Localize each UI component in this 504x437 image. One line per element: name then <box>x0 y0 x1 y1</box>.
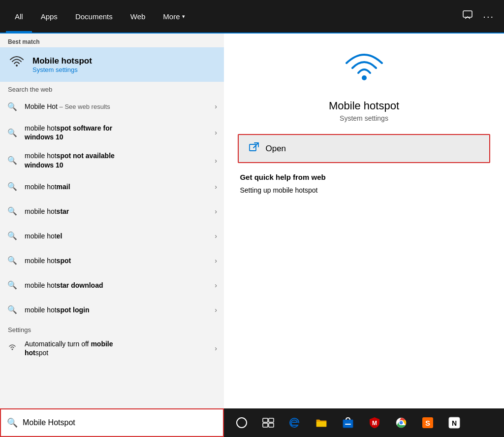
chevron-right-icon: › <box>215 281 217 289</box>
main-area: Best match Mobile hotspot System setting… <box>0 34 504 437</box>
quick-help-section: Get quick help from web Setting up mobil… <box>238 173 490 194</box>
quick-help-link-1[interactable]: Setting up mobile hotspot <box>240 186 488 194</box>
settings-label: Settings <box>0 322 224 335</box>
hotspot-small-icon <box>7 342 18 354</box>
chevron-right-icon: › <box>215 129 217 136</box>
chevron-right-icon: › <box>215 232 217 240</box>
taskbar-search[interactable] <box>232 413 252 433</box>
search-icon: 🔍 <box>7 280 18 290</box>
web-item-2[interactable]: 🔍 mobile hotspot software for windows 10… <box>0 119 224 146</box>
chevron-right-icon: › <box>215 306 217 314</box>
search-icon: 🔍 <box>7 182 18 191</box>
svg-rect-8 <box>263 423 268 427</box>
chevron-right-icon: › <box>215 183 217 191</box>
taskbar-store[interactable] <box>338 413 358 433</box>
left-panel: Best match Mobile hotspot System setting… <box>0 34 224 437</box>
mobile-hotspot-icon <box>8 55 26 75</box>
tab-apps[interactable]: Apps <box>32 0 66 33</box>
svg-point-16 <box>400 421 403 425</box>
svg-rect-6 <box>263 418 268 422</box>
web-item-7-text: mobile hotspot <box>25 256 211 265</box>
search-bar-icon: 🔍 <box>7 417 18 428</box>
feedback-icon <box>462 10 473 21</box>
web-item-6[interactable]: 🔍 mobile hotel › <box>0 224 224 248</box>
taskbar-task-view[interactable] <box>258 413 278 433</box>
svg-rect-4 <box>250 144 256 151</box>
best-match-subtitle: System settings <box>32 66 92 73</box>
svg-rect-12 <box>345 424 351 425</box>
best-match-text: Mobile hotspot System settings <box>32 56 92 73</box>
web-item-7[interactable]: 🔍 mobile hotspot › <box>0 248 224 273</box>
web-item-3[interactable]: 🔍 mobile hotspot not available windows 1… <box>0 146 224 174</box>
search-input[interactable] <box>23 418 217 427</box>
svg-text:S: S <box>425 419 430 427</box>
search-icon: 🔍 <box>7 231 18 240</box>
open-button-wrapper: Open <box>238 134 490 163</box>
taskbar-chrome[interactable] <box>391 413 411 433</box>
right-title: Mobile hotspot <box>329 100 399 112</box>
taskbar-edge[interactable] <box>285 413 305 433</box>
tab-more-label: More <box>163 12 180 21</box>
open-label: Open <box>265 144 286 154</box>
taskbar-security[interactable]: M <box>365 413 384 433</box>
web-item-5-text: mobile hotstar <box>25 207 211 216</box>
tab-more[interactable]: More ▾ <box>154 0 193 33</box>
search-icon: 🔍 <box>7 256 18 265</box>
open-icon <box>249 142 259 155</box>
tab-all-label: All <box>15 12 23 21</box>
search-icon: 🔍 <box>7 206 18 216</box>
tab-documents[interactable]: Documents <box>66 0 122 33</box>
web-item-8-text: mobile hotstar download <box>25 281 211 290</box>
tab-all[interactable]: All <box>6 0 32 33</box>
tab-web[interactable]: Web <box>122 0 155 33</box>
svg-text:N: N <box>452 419 457 427</box>
web-item-1-text: Mobile Hot – See web results <box>25 102 211 111</box>
more-options-button[interactable]: ··· <box>483 11 494 22</box>
chevron-right-icon: › <box>215 102 217 110</box>
web-item-1[interactable]: 🔍 Mobile Hot – See web results › <box>0 94 224 119</box>
settings-item-1-text: Automatically turn off mobile hotspot <box>25 339 211 357</box>
svg-point-2 <box>12 348 13 350</box>
svg-rect-10 <box>316 422 326 427</box>
taskbar-file-explorer[interactable] <box>312 413 331 433</box>
web-item-3-text: mobile hotspot not available windows 10 <box>25 151 211 169</box>
right-panel: Mobile hotspot System settings Open Get … <box>224 34 504 437</box>
open-button[interactable]: Open <box>239 135 489 162</box>
quick-help-title: Get quick help from web <box>240 173 488 181</box>
settings-item-1[interactable]: Automatically turn off mobile hotspot › <box>0 335 224 362</box>
web-item-8[interactable]: 🔍 mobile hotstar download › <box>0 273 224 298</box>
svg-rect-7 <box>269 418 274 422</box>
web-item-4[interactable]: 🔍 mobile hotmail › <box>0 174 224 199</box>
web-item-9[interactable]: 🔍 mobile hotspot login › <box>0 298 224 322</box>
top-nav: All Apps Documents Web More ▾ ··· <box>0 0 504 34</box>
taskbar-sublime[interactable]: S <box>418 413 438 433</box>
web-item-9-text: mobile hotspot login <box>25 305 211 314</box>
best-match-title: Mobile hotspot <box>32 56 92 66</box>
search-icon: 🔍 <box>7 156 18 165</box>
svg-point-1 <box>16 65 18 67</box>
right-subtitle: System settings <box>340 114 388 122</box>
taskbar: M S N <box>224 408 504 437</box>
web-item-6-text: mobile hotel <box>25 232 211 240</box>
search-web-label: Search the web <box>0 82 224 94</box>
ellipsis-icon: ··· <box>483 11 494 22</box>
svg-rect-9 <box>269 423 274 427</box>
svg-point-3 <box>362 75 367 80</box>
best-match-label: Best match <box>0 34 224 47</box>
svg-point-5 <box>237 418 247 428</box>
search-icon: 🔍 <box>7 128 18 137</box>
tab-documents-label: Documents <box>75 12 113 21</box>
search-bar: 🔍 <box>0 408 224 437</box>
chevron-right-icon: › <box>215 157 217 165</box>
svg-text:M: M <box>372 420 377 427</box>
search-icon: 🔍 <box>7 102 18 111</box>
tab-web-label: Web <box>130 12 146 21</box>
best-match-item[interactable]: Mobile hotspot System settings <box>0 47 224 82</box>
taskbar-notion[interactable]: N <box>444 413 464 433</box>
search-icon: 🔍 <box>7 305 18 314</box>
web-item-4-text: mobile hotmail <box>25 182 211 191</box>
feedback-button[interactable] <box>462 10 473 23</box>
web-item-2-text: mobile hotspot software for windows 10 <box>25 124 211 141</box>
web-item-5[interactable]: 🔍 mobile hotstar › <box>0 199 224 224</box>
hotspot-big-icon <box>340 48 389 95</box>
